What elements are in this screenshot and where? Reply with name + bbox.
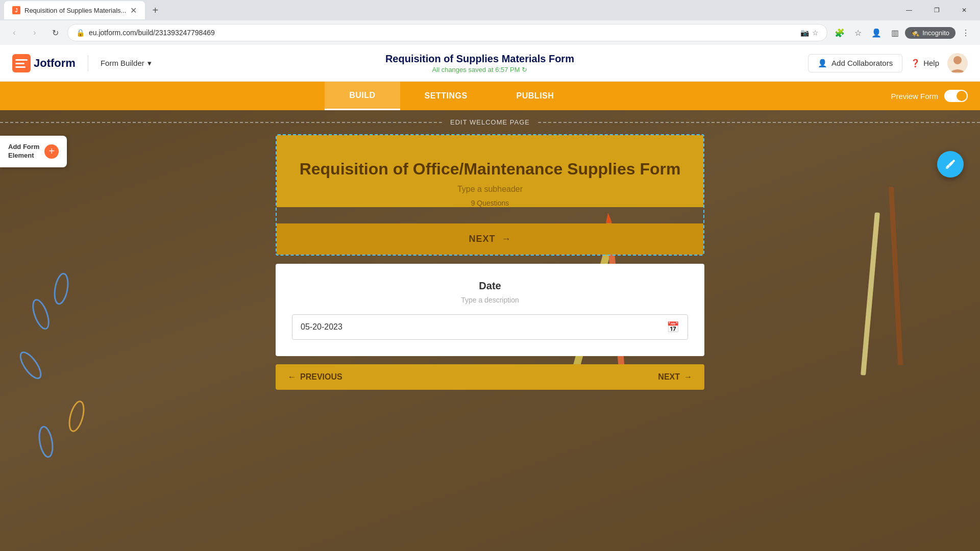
browser-toolbar: 🧩 ☆ 👤 ▥ 🕵 Incognito ⋮ [831,24,974,41]
add-element-plus-icon: + [44,144,59,159]
header-actions: 👤 Add Collaborators ❓ Help [808,53,968,73]
preview-toggle[interactable] [944,90,968,102]
paint-icon [944,158,957,170]
next-arrow-icon: → [502,234,511,244]
svg-rect-5 [15,66,26,68]
refresh-button[interactable]: ↻ [47,24,63,41]
new-tab-button[interactable]: + [147,2,163,18]
date-description: Type a description [292,296,688,304]
close-button[interactable]: ✕ [952,1,976,19]
help-button[interactable]: ❓ Help [911,59,939,68]
tab-close-icon[interactable]: ✕ [130,6,137,15]
main-canvas: Add FormElement + EDIT WELCOME PAGE Requ… [0,110,980,551]
svg-rect-3 [15,59,28,61]
form-next-arrow-icon: → [684,372,692,382]
edit-welcome-text: EDIT WELCOME PAGE [442,118,538,126]
app-header: Jotform Form Builder ▾ Requisition of Su… [0,45,980,82]
question-icon: ❓ [911,59,920,68]
next-btn-text: NEXT → [287,234,693,244]
edit-welcome-line-right [538,122,980,123]
prev-arrow-icon: ← [288,372,296,382]
svg-rect-4 [15,63,24,64]
bookmark-icon: ☆ [812,29,819,37]
incognito-indicator: 🕵 Incognito [905,27,955,39]
tab-title: Requisition of Supplies Materials... [24,7,126,14]
add-element-label: Add FormElement [8,143,39,160]
calendar-icon: 📅 [667,321,679,333]
paint-button[interactable] [937,151,964,178]
jotform-icon [12,54,31,72]
date-card: Date Type a description 05-20-2023 📅 [276,264,704,356]
address-bar-icons: 📷 ☆ [800,29,819,37]
welcome-card[interactable]: Requisition of Office/Maintenance Suppli… [276,134,704,256]
welcome-form-title: Requisition of Office/Maintenance Suppli… [293,160,687,179]
extensions-icon[interactable]: 🧩 [831,24,848,41]
chevron-down-icon: ▾ [148,59,152,68]
tab-publish[interactable]: PUBLISH [492,82,579,110]
back-button[interactable]: ‹ [6,24,22,41]
next-button[interactable]: NEXT → [277,223,703,255]
logo-text: Jotform [34,57,76,70]
window-controls: — ❐ ✕ [897,1,976,19]
address-bar-row: ‹ › ↻ 🔒 eu.jotform.com/build/23139324779… [0,20,980,45]
edit-welcome-line-left [0,122,442,123]
tab-favicon: J [12,6,20,14]
url-text: eu.jotform.com/build/231393247798469 [89,29,796,37]
user-plus-icon: 👤 [818,59,827,68]
form-builder-dropdown[interactable]: Form Builder ▾ [101,59,152,68]
active-tab[interactable]: J Requisition of Supplies Materials... ✕ [4,1,145,19]
tab-build[interactable]: BUILD [325,82,400,110]
saved-status: All changes saved at 6:57 PM ↻ [164,66,796,73]
browser-chrome: J Requisition of Supplies Materials... ✕… [0,0,980,45]
form-next-button[interactable]: NEXT → [658,372,692,382]
sidebar-icon[interactable]: ▥ [887,24,903,41]
tab-settings[interactable]: SETTINGS [400,82,492,110]
date-input[interactable]: 05-20-2023 📅 [292,314,688,340]
form-title: Requisition of Supplies Materials Form [164,53,796,65]
header-center: Requisition of Supplies Materials Form A… [164,53,796,73]
welcome-questions-count: 9 Questions [293,199,687,207]
welcome-card-inner: Requisition of Office/Maintenance Suppli… [277,135,703,207]
tab-bar: J Requisition of Supplies Materials... ✕… [0,0,980,20]
nav-row-wrapper: ← PREVIOUS NEXT → [276,364,704,390]
user-avatar[interactable] [947,53,968,73]
svg-text:J: J [15,8,18,13]
refresh-status-icon: ↻ [522,66,527,73]
screenshare-icon: 📷 [800,29,809,37]
address-bar[interactable]: 🔒 eu.jotform.com/build/231393247798469 📷… [67,24,827,41]
lock-icon: 🔒 [76,29,85,37]
prev-button[interactable]: ← PREVIOUS [288,372,342,382]
date-label: Date [292,280,688,292]
header-divider [88,55,88,71]
nav-bar: BUILD SETTINGS PUBLISH Preview Form [0,82,980,110]
profile-icon[interactable]: 👤 [868,24,885,41]
jotform-logo[interactable]: Jotform [12,54,76,72]
preview-label: Preview Form [891,92,938,101]
welcome-subheader: Type a subheader [293,185,687,194]
restore-button[interactable]: ❐ [925,1,948,19]
edit-welcome-bar: EDIT WELCOME PAGE [0,110,980,134]
nav-tabs: BUILD SETTINGS PUBLISH [12,82,891,110]
add-collaborators-button[interactable]: 👤 Add Collaborators [808,54,902,72]
add-element-button[interactable]: Add FormElement + [0,136,67,167]
forward-button[interactable]: › [27,24,43,41]
more-options-icon[interactable]: ⋮ [958,24,974,41]
avatar-image [947,53,968,73]
svg-point-7 [953,56,962,64]
date-value: 05-20-2023 [301,322,660,332]
preview-form-area: Preview Form [891,90,968,102]
bookmark-star-icon[interactable]: ☆ [850,24,866,41]
toggle-knob [957,91,967,101]
form-nav-row: ← PREVIOUS NEXT → [276,364,704,390]
minimize-button[interactable]: — [897,1,921,19]
content-wrapper: EDIT WELCOME PAGE Requisition of Office/… [0,110,980,390]
